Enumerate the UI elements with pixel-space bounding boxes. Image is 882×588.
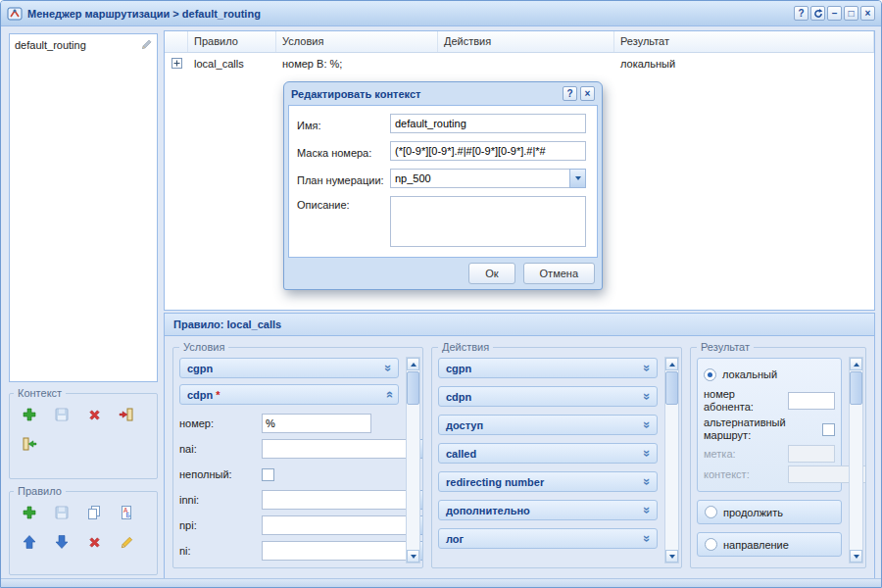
number-label: номер: bbox=[179, 417, 262, 429]
ok-button[interactable]: Ок bbox=[468, 263, 514, 284]
expand-icon[interactable]: » bbox=[640, 447, 655, 461]
local-option[interactable]: локальный bbox=[704, 364, 835, 385]
inni-combo[interactable] bbox=[262, 490, 371, 510]
edit-rule-icon[interactable] bbox=[115, 530, 138, 554]
export-context-icon[interactable] bbox=[18, 432, 41, 456]
exit-context-icon[interactable] bbox=[115, 403, 138, 426]
row-expander-icon[interactable] bbox=[172, 58, 182, 69]
nai-combo[interactable] bbox=[262, 439, 371, 459]
result-scrollbar[interactable] bbox=[849, 357, 863, 564]
inni-combo-input[interactable] bbox=[262, 490, 408, 510]
nai-label: nai: bbox=[179, 443, 262, 455]
mask-input[interactable] bbox=[390, 141, 586, 161]
combo-trigger-icon[interactable] bbox=[569, 169, 586, 188]
scroll-thumb[interactable] bbox=[407, 371, 419, 405]
conditions-scrollbar[interactable] bbox=[406, 357, 420, 564]
nai-combo-input[interactable] bbox=[262, 439, 408, 459]
grid-header-conditions[interactable]: Условия bbox=[276, 31, 438, 52]
local-radio[interactable] bbox=[704, 368, 716, 381]
action-section-cgpn[interactable]: cgpn » bbox=[438, 358, 658, 378]
plan-label: План нумерации: bbox=[297, 172, 390, 186]
delete-rule-button[interactable] bbox=[82, 530, 106, 554]
description-textarea[interactable] bbox=[390, 196, 586, 247]
rule-toolbox-row2 bbox=[14, 527, 153, 557]
cell-conditions: номер B: %; bbox=[276, 58, 438, 70]
dialog-help-button[interactable]: ? bbox=[563, 86, 577, 101]
expand-icon[interactable]: » bbox=[381, 362, 396, 375]
continue-option[interactable]: продолжить bbox=[697, 500, 842, 524]
continue-label: продолжить bbox=[723, 507, 783, 518]
grid-row-local-calls[interactable]: local_calls номер B: %; локальный bbox=[165, 53, 874, 74]
add-rule-button[interactable] bbox=[18, 501, 41, 524]
collapse-icon[interactable]: » bbox=[381, 388, 396, 402]
ni-row: ni: bbox=[179, 538, 399, 564]
add-context-button[interactable] bbox=[18, 403, 41, 426]
expand-icon[interactable]: » bbox=[640, 475, 655, 489]
alt-route-checkbox[interactable] bbox=[822, 423, 835, 436]
grid-header-result[interactable]: Результат bbox=[614, 31, 874, 52]
dialog-tools: ? × bbox=[563, 86, 595, 101]
action-section-redirecting-number[interactable]: redirecting number » bbox=[438, 471, 658, 492]
scroll-up-icon[interactable] bbox=[665, 358, 678, 370]
rename-rule-icon[interactable]: AБ bbox=[115, 501, 138, 524]
name-input[interactable] bbox=[390, 114, 586, 133]
grid-header-rule[interactable]: Правило bbox=[188, 31, 276, 52]
expand-icon[interactable]: » bbox=[640, 504, 655, 517]
context-label: контекст: bbox=[704, 468, 788, 481]
grid-header-actions[interactable]: Действия bbox=[438, 31, 614, 52]
ni-combo[interactable] bbox=[262, 541, 371, 561]
expand-icon[interactable]: » bbox=[640, 418, 655, 432]
action-section-called[interactable]: called » bbox=[438, 443, 658, 464]
scroll-up-icon[interactable] bbox=[407, 358, 419, 370]
direction-radio[interactable] bbox=[705, 538, 717, 551]
direction-option[interactable]: направление bbox=[697, 532, 842, 557]
close-button[interactable]: × bbox=[860, 6, 875, 21]
continue-radio[interactable] bbox=[705, 506, 717, 518]
dialog-titlebar[interactable]: Редактировать контекст ? × bbox=[284, 82, 602, 105]
action-section-cdpn[interactable]: cdpn » bbox=[438, 386, 658, 407]
npi-combo[interactable] bbox=[262, 515, 371, 535]
action-section-log[interactable]: лог » bbox=[438, 528, 658, 549]
number-input[interactable] bbox=[262, 414, 371, 433]
context-list-item[interactable]: default_routing bbox=[10, 34, 157, 56]
condition-section-cgpn[interactable]: cgpn » bbox=[179, 358, 399, 378]
dialog-footer: Ок Отмена bbox=[284, 258, 602, 289]
app-icon bbox=[7, 6, 23, 22]
expand-icon[interactable]: » bbox=[640, 532, 655, 546]
save-rule-button bbox=[50, 501, 74, 524]
edit-context-dialog: Редактировать контекст ? × Имя: Маска но… bbox=[283, 81, 603, 290]
delete-context-button[interactable] bbox=[82, 403, 106, 426]
scroll-thumb[interactable] bbox=[850, 371, 862, 405]
condition-section-cdpn[interactable]: cdpn * » bbox=[179, 384, 399, 405]
refresh-button[interactable] bbox=[810, 6, 825, 21]
action-section-dostup[interactable]: доступ » bbox=[438, 415, 658, 435]
scroll-down-icon[interactable] bbox=[665, 550, 678, 563]
cancel-button[interactable]: Отмена bbox=[523, 263, 595, 284]
action-section-dopolnitelno[interactable]: дополнительно » bbox=[438, 500, 658, 520]
dialog-close-button[interactable]: × bbox=[580, 86, 595, 101]
expand-icon[interactable]: » bbox=[640, 390, 655, 404]
npi-combo-input[interactable] bbox=[262, 515, 408, 535]
ni-combo-input[interactable] bbox=[262, 541, 408, 561]
cell-result: локальный bbox=[614, 58, 874, 70]
incomplete-checkbox[interactable] bbox=[262, 468, 274, 481]
expand-icon[interactable]: » bbox=[640, 362, 655, 375]
help-button[interactable]: ? bbox=[794, 6, 808, 21]
actions-scrollbar[interactable] bbox=[664, 357, 679, 564]
scroll-up-icon[interactable] bbox=[850, 358, 862, 370]
move-down-icon[interactable] bbox=[50, 530, 74, 554]
minimize-button[interactable]: – bbox=[827, 6, 842, 21]
section-label: redirecting number bbox=[446, 476, 544, 488]
edit-context-icon[interactable] bbox=[140, 38, 153, 51]
copy-rule-icon[interactable] bbox=[82, 501, 106, 524]
scroll-down-icon[interactable] bbox=[850, 550, 862, 563]
maximize-button[interactable]: □ bbox=[844, 6, 858, 21]
subscriber-number-input[interactable] bbox=[788, 392, 835, 410]
plan-combo[interactable] bbox=[390, 169, 586, 188]
plan-combo-input[interactable] bbox=[390, 169, 569, 188]
scroll-thumb[interactable] bbox=[665, 371, 678, 405]
incomplete-label: неполный: bbox=[179, 468, 262, 480]
actions-content: cgpn » cdpn » доступ » called » bbox=[438, 358, 675, 549]
scroll-down-icon[interactable] bbox=[407, 550, 419, 563]
move-up-icon[interactable] bbox=[18, 530, 41, 554]
